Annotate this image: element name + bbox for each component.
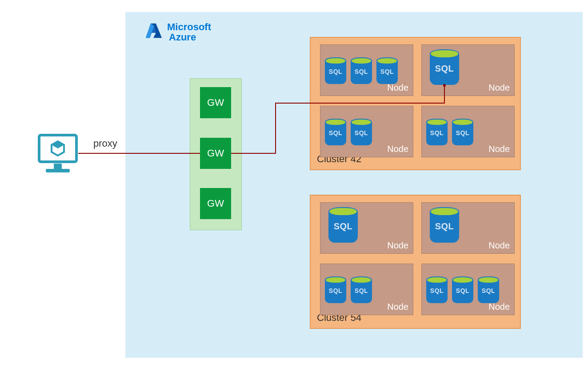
azure-logo-text: Microsoft Azure bbox=[167, 22, 211, 42]
proxy-label: proxy bbox=[93, 138, 117, 149]
sql-db-icon: SQL bbox=[351, 119, 372, 145]
cluster42-node3: SQL SQL Node bbox=[320, 106, 413, 157]
gateway-label: GW bbox=[207, 198, 224, 209]
sql-db-icon: SQL bbox=[351, 57, 372, 84]
svg-marker-4 bbox=[52, 141, 64, 148]
sql-db-icon: SQL bbox=[325, 57, 346, 84]
sql-db-icon: SQL bbox=[328, 207, 358, 243]
sql-db-icon: SQL bbox=[426, 119, 448, 145]
node-label: Node bbox=[488, 83, 510, 93]
cluster54-node3: SQL SQL Node bbox=[320, 264, 413, 315]
gateway-box-3: GW bbox=[200, 188, 231, 219]
db-group: SQL bbox=[328, 205, 358, 243]
sql-db-icon: SQL bbox=[430, 207, 459, 243]
azure-brand-line2: Azure bbox=[169, 32, 211, 42]
gateway-label: GW bbox=[207, 148, 224, 159]
sql-db-icon: SQL bbox=[430, 49, 459, 85]
sql-db-icon: SQL bbox=[351, 276, 372, 303]
db-group: SQL SQL bbox=[325, 268, 372, 303]
node-label: Node bbox=[387, 302, 408, 312]
node-label: Node bbox=[488, 240, 510, 251]
sql-db-icon: SQL bbox=[452, 276, 473, 303]
client-computer-icon bbox=[38, 132, 78, 175]
sql-db-icon: SQL bbox=[426, 276, 448, 303]
sql-db-icon: SQL bbox=[478, 276, 499, 303]
azure-logo: Microsoft Azure bbox=[143, 21, 211, 43]
svg-rect-2 bbox=[46, 169, 70, 172]
cluster54-node1: SQL Node bbox=[320, 202, 413, 254]
azure-brand-line1: Microsoft bbox=[167, 22, 211, 32]
cluster42-node1: SQL SQL SQL Node bbox=[320, 44, 413, 96]
node-label: Node bbox=[387, 240, 408, 251]
node-label: Node bbox=[488, 302, 510, 312]
sql-db-icon: SQL bbox=[325, 119, 346, 145]
db-group: SQL SQL SQL bbox=[426, 268, 499, 303]
db-group: SQL bbox=[430, 48, 522, 85]
node-label: Node bbox=[488, 144, 510, 154]
db-group: SQL SQL bbox=[426, 111, 473, 145]
node-label: Node bbox=[387, 83, 408, 93]
azure-a-icon bbox=[143, 21, 164, 43]
cluster54-node2: SQL Node bbox=[421, 202, 515, 254]
db-group: SQL SQL bbox=[325, 111, 372, 145]
cluster54-node4: SQL SQL SQL Node bbox=[421, 264, 515, 315]
gateway-label: GW bbox=[207, 97, 224, 108]
svg-rect-1 bbox=[54, 164, 62, 169]
sql-db-icon: SQL bbox=[376, 57, 398, 84]
sql-db-icon: SQL bbox=[452, 119, 473, 145]
sql-db-icon: SQL bbox=[325, 276, 346, 303]
gateway-box-1: GW bbox=[200, 87, 231, 118]
cluster42-node4: SQL SQL Node bbox=[421, 106, 515, 157]
cluster42-node2: SQL Node bbox=[421, 44, 515, 96]
db-group: SQL bbox=[430, 205, 459, 243]
gateway-box-2: GW bbox=[200, 138, 231, 169]
db-group: SQL SQL SQL bbox=[325, 49, 398, 84]
node-label: Node bbox=[387, 144, 408, 154]
